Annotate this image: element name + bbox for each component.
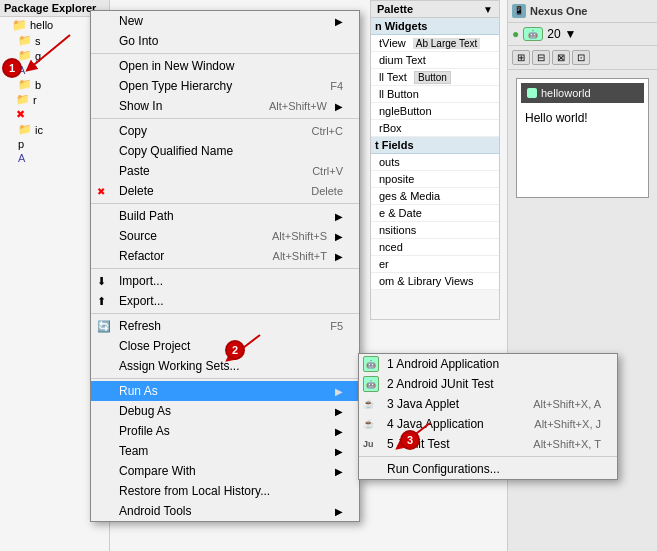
java-app-icon: ☕ (363, 419, 374, 429)
menu-item-show-in[interactable]: Show In Alt+Shift+W ▶ (91, 96, 359, 116)
app-title-bar: helloworld (521, 83, 644, 103)
shortcut-java-app: Alt+Shift+X, J (534, 418, 601, 430)
palette-item-er[interactable]: er (371, 256, 499, 273)
palette-item-largetext[interactable]: tView Ab Large Text (371, 35, 499, 52)
menu-item-debug-as[interactable]: Debug As ▶ (91, 401, 359, 421)
submenu-item-android-app[interactable]: 🤖 1 Android Application (359, 354, 617, 374)
device-icon: 📱 (512, 4, 526, 18)
preview-screen: helloworld Hello world! (516, 78, 649, 198)
refresh-icon: 🔄 (97, 320, 111, 333)
menu-item-open-type-hierarchy[interactable]: Open Type Hierarchy F4 (91, 76, 359, 96)
palette-item-advanced[interactable]: nced (371, 239, 499, 256)
palette-item-checkbox[interactable]: rBox (371, 120, 499, 137)
palette-item-transitions[interactable]: nsitions (371, 222, 499, 239)
menu-item-refresh[interactable]: 🔄 Refresh F5 (91, 316, 359, 336)
separator-3 (91, 203, 359, 204)
menu-item-refactor[interactable]: Refactor Alt+Shift+T ▶ (91, 246, 359, 266)
palette-item-smalltext[interactable]: ll Text Button (371, 69, 499, 86)
junit-icon: Ju (363, 439, 374, 449)
api-version: 20 (547, 27, 560, 41)
arrow-icon-compare: ▶ (335, 466, 343, 477)
api-dropdown-icon[interactable]: ▼ (565, 27, 577, 41)
menu-item-compare-with[interactable]: Compare With ▶ (91, 461, 359, 481)
arrow-icon-source: ▶ (335, 231, 343, 242)
menu-item-copy-qualified[interactable]: Copy Qualified Name (91, 141, 359, 161)
shortcut-delete: Delete (311, 185, 343, 197)
palette-collapse-icon[interactable]: ▼ (483, 4, 493, 15)
file-icon: p (18, 138, 24, 150)
menu-item-delete[interactable]: ✖ Delete Delete (91, 181, 359, 201)
tree-item-label: hello (30, 19, 53, 31)
menu-item-source[interactable]: Source Alt+Shift+S ▶ (91, 226, 359, 246)
folder-icon: 📁 (16, 93, 30, 106)
palette-item-layouts[interactable]: outs (371, 154, 499, 171)
android-app-icon: 🤖 (363, 356, 379, 372)
menu-item-import[interactable]: ⬇ Import... (91, 271, 359, 291)
menu-item-open-new-window[interactable]: Open in New Window (91, 56, 359, 76)
palette-section-widgets: n Widgets (371, 18, 499, 35)
delete-icon: ✖ (16, 108, 25, 121)
arrow-icon: ▶ (335, 16, 343, 27)
menu-item-export[interactable]: ⬆ Export... (91, 291, 359, 311)
submenu-item-run-configs[interactable]: Run Configurations... (359, 459, 617, 479)
palette-item-images[interactable]: ges & Media (371, 188, 499, 205)
menu-item-paste[interactable]: Paste Ctrl+V (91, 161, 359, 181)
menu-item-build-path[interactable]: Build Path ▶ (91, 206, 359, 226)
palette-item-date[interactable]: e & Date (371, 205, 499, 222)
preview-api-toolbar: ● 🤖 20 ▼ (508, 23, 657, 46)
menu-item-run-as[interactable]: Run As ▶ (91, 381, 359, 401)
folder-icon: 📁 (12, 18, 27, 32)
palette-item-composite[interactable]: nposite (371, 171, 499, 188)
large-text-badge: Ab Large Text (413, 38, 481, 49)
layout-btn-3[interactable]: ⊠ (552, 50, 570, 65)
shortcut-refresh: F5 (330, 320, 343, 332)
menu-item-restore[interactable]: Restore from Local History... (91, 481, 359, 501)
android-robot-icon: 🤖 (523, 27, 543, 41)
submenu-separator (359, 456, 617, 457)
palette-title: Palette ▼ (371, 1, 499, 18)
export-icon: ⬆ (97, 295, 106, 308)
separator-6 (91, 378, 359, 379)
android-junit-icon: 🤖 (363, 376, 379, 392)
submenu-item-java-applet[interactable]: ☕ 3 Java Applet Alt+Shift+X, A (359, 394, 617, 414)
arrow-icon-team: ▶ (335, 446, 343, 457)
java-applet-icon: ☕ (363, 399, 374, 409)
submenu-item-java-app[interactable]: ☕ 4 Java Application Alt+Shift+X, J (359, 414, 617, 434)
folder-icon: 📁 (18, 123, 32, 136)
palette-item-library[interactable]: om & Library Views (371, 273, 499, 290)
shortcut-f4: F4 (330, 80, 343, 92)
shortcut-refactor: Alt+Shift+T (273, 250, 327, 262)
folder-icon: 📁 (18, 78, 32, 91)
menu-item-copy[interactable]: Copy Ctrl+C (91, 121, 359, 141)
submenu-item-junit-test[interactable]: Ju 5 JUnit Test Alt+Shift+X, T (359, 434, 617, 454)
annotation-circle-1: 1 (2, 58, 22, 78)
import-icon: ⬇ (97, 275, 106, 288)
separator-2 (91, 118, 359, 119)
submenu-item-android-junit[interactable]: 🤖 2 Android JUnit Test (359, 374, 617, 394)
layout-btn-1[interactable]: ⊞ (512, 50, 530, 65)
arrow-icon-android-tools: ▶ (335, 506, 343, 517)
layout-btn-4[interactable]: ⊡ (572, 50, 590, 65)
palette-section-fields: t Fields (371, 137, 499, 154)
palette-item-mediumtext[interactable]: dium Text (371, 52, 499, 69)
menu-item-android-tools[interactable]: Android Tools ▶ (91, 501, 359, 521)
menu-item-profile-as[interactable]: Profile As ▶ (91, 421, 359, 441)
menu-item-go-into[interactable]: Go Into (91, 31, 359, 51)
palette-item-imagebutton[interactable]: ll Button (371, 86, 499, 103)
menu-item-new[interactable]: New ▶ (91, 11, 359, 31)
nexus-label: Nexus One (530, 5, 587, 17)
layout-btn-2[interactable]: ⊟ (532, 50, 550, 65)
shortcut-java-applet: Alt+Shift+X, A (533, 398, 601, 410)
folder-icon: 📁 (18, 34, 32, 47)
arrow-icon-debug-as: ▶ (335, 406, 343, 417)
arrow-icon-show-in: ▶ (335, 101, 343, 112)
shortcut-paste: Ctrl+V (312, 165, 343, 177)
annotation-circle-2: 2 (225, 340, 245, 360)
preview-layout-toolbar: ⊞ ⊟ ⊠ ⊡ (508, 46, 657, 70)
separator-1 (91, 53, 359, 54)
annotation-circle-3: 3 (400, 430, 420, 450)
palette-item-radiobutton[interactable]: ngleButton (371, 103, 499, 120)
app-icon (527, 88, 537, 98)
menu-item-team[interactable]: Team ▶ (91, 441, 359, 461)
separator-5 (91, 313, 359, 314)
